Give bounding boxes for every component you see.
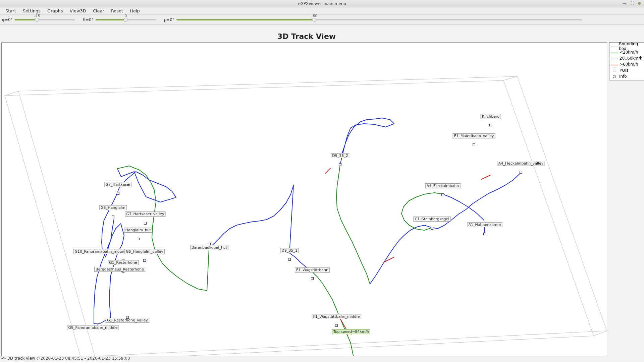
poi-marker-d9-35-2 [339, 163, 341, 166]
poi-marker-hanglalm-hut [137, 238, 140, 240]
poi-g9-pan-mid[interactable]: G9_Panoramabahn_middle [67, 325, 119, 330]
poi-marker-c1-steinberg [431, 227, 433, 230]
poi-d9-35-1[interactable]: D9_35_1 [280, 248, 299, 253]
legend-label: 20..60km/h [620, 56, 642, 61]
legend-label: Bounding box [619, 42, 644, 51]
poi-f1-wagst[interactable]: F1_Wagstättbahn [295, 267, 330, 273]
legend-label: >60km/h [620, 62, 638, 67]
phi-value: -45 [34, 14, 40, 18]
poi-a4-flk-valley[interactable]: A4_Fleckalmbahn_valley [497, 161, 545, 166]
menu-help[interactable]: Help [126, 8, 143, 14]
legend-label: POIs [620, 68, 628, 73]
phi-thumb[interactable] [35, 18, 39, 22]
poi-kirchberg[interactable]: Kirchberg [481, 114, 501, 119]
poi-e1-maierlbahn[interactable]: E1_Maierlbahn_valley [453, 133, 495, 138]
svg-line-2 [5, 91, 18, 96]
theta-thumb[interactable] [124, 18, 128, 22]
rho-slider[interactable]: -60 [176, 19, 582, 20]
status-bar: -> 3D track view @2020-01-23 08:45:51 - … [0, 356, 644, 362]
poi-marker-baerenbad [208, 243, 211, 245]
poi-g5-hanglalm[interactable]: G5_Hanglalm [99, 205, 127, 210]
poi-f1-wagst-mid[interactable]: F1_Wagstättbahn_middle [312, 314, 361, 319]
poi-g10-pan[interactable]: G10_Panoramabahn_mountain [73, 249, 133, 254]
svg-line-4 [594, 331, 607, 336]
menu-settings[interactable]: Settings [19, 8, 44, 14]
theta-label: θ=0° [83, 17, 94, 22]
poi-a4-flk[interactable]: A4_Fleckalmbahn [425, 183, 461, 188]
poi-c1-steinberg[interactable]: C1_Steinbergkogel [414, 217, 451, 222]
phi-label: φ=0° [2, 17, 13, 22]
poi-g7-hart[interactable]: G7_Hartkaser [104, 182, 132, 187]
plot-area[interactable]: KirchbergE1_Maierlbahn_valleyA4_Fleckalm… [1, 42, 607, 357]
theta-value: 0 [124, 14, 127, 18]
poi-g7-hart-val[interactable]: G7_Hartkaser_valley [125, 212, 166, 217]
rho-thumb[interactable] [312, 18, 316, 22]
legend-row: POIs [611, 67, 644, 73]
legend-row: Bounding box [611, 43, 644, 49]
poi-baerenbad[interactable]: Bärenbadkogel_hut [190, 245, 228, 250]
poi-marker-f1-wagst [311, 277, 314, 280]
titlebar: eGPXviewer main menu — ⛶ ● [0, 0, 644, 7]
menubar: Start Settings Graphs View3D Clear Reset… [0, 7, 644, 15]
poi-hanglalm-hut[interactable]: Hanglalm_hut [124, 228, 152, 233]
canvas-title: 3D Track View [1, 32, 612, 41]
poi-marker-d9-35-1 [288, 258, 291, 261]
legend-row: 20..60km/h [611, 55, 644, 61]
rho-label: ρ=0° [164, 17, 174, 22]
poi-a1-hahnenkamm[interactable]: A1_Hahnenkamm [467, 222, 502, 227]
slider-row: φ=0° -45 θ=0° 0 ρ=0° -60 [0, 15, 644, 25]
poi-marker-g7-hart-val [144, 222, 147, 225]
poi-marker-f1-wagst-mid [335, 324, 338, 327]
menu-graphs[interactable]: Graphs [44, 8, 66, 14]
svg-marker-1 [5, 80, 594, 358]
poi-topspeed[interactable]: Top speed=84km/h [332, 329, 370, 334]
poi-marker-kirchberg [489, 124, 492, 126]
menu-view3d[interactable]: View3D [66, 8, 90, 14]
poi-marker-e1-maierlbahn [473, 143, 475, 146]
poi-d9-35-2[interactable]: D9_35_2 [331, 153, 349, 158]
legend-row: Info [611, 73, 644, 79]
menu-clear[interactable]: Clear [90, 8, 108, 14]
legend: Bounding box<20km/h20..60km/h>60km/hPOIs… [609, 42, 644, 80]
poi-g5-hangl-val[interactable]: G5_Hanglalm_valley [124, 249, 165, 254]
svg-line-3 [503, 76, 517, 80]
poi-marker-g5-hanglalm [112, 216, 114, 218]
poi-marker-a1-hahnenkamm [483, 233, 486, 235]
phi-slider[interactable]: -45 [15, 19, 75, 20]
poi-marker-a4-flk [441, 193, 444, 196]
poi-marker-a4-flk-valley [520, 171, 522, 174]
legend-label: <20km/h [620, 50, 638, 55]
poi-g1-rester[interactable]: G1_Resterhöhe [108, 260, 139, 265]
window-title: eGPXviewer main menu [298, 1, 346, 6]
track-svg [2, 43, 607, 358]
legend-label: Info [619, 74, 627, 79]
poi-marker-g5-hangl-val [143, 259, 146, 262]
menu-reset[interactable]: Reset [108, 8, 126, 14]
poi-marker-g7-hart [117, 192, 119, 195]
theta-slider[interactable]: 0 [96, 19, 156, 20]
menu-start[interactable]: Start [2, 8, 19, 14]
rho-value: -60 [311, 14, 317, 18]
maximize-icon[interactable]: ⛶ [629, 1, 635, 5]
poi-marker-g9-pan-mid [98, 323, 100, 326]
minimize-icon[interactable]: — [622, 1, 627, 5]
legend-row: >60km/h [611, 61, 644, 67]
poi-marker-g1-rester-val [126, 316, 129, 319]
poi-berggast[interactable]: Berggasthaus_Resterhöhe [94, 267, 145, 272]
close-icon[interactable]: ● [637, 1, 642, 5]
